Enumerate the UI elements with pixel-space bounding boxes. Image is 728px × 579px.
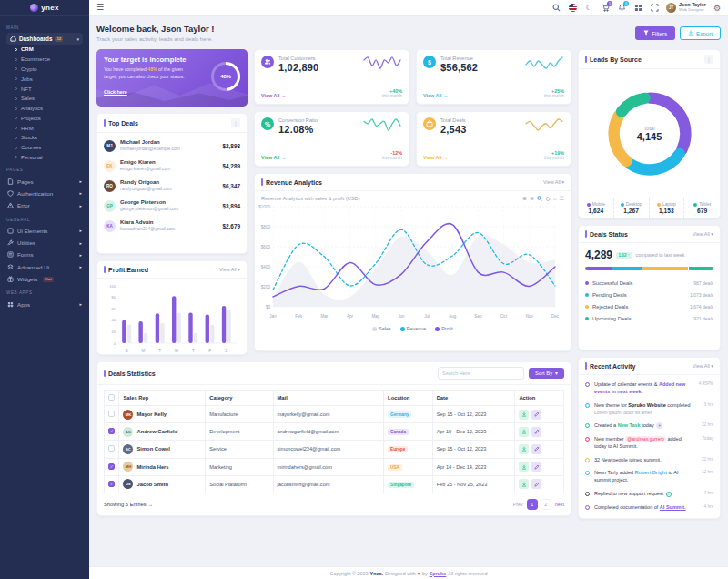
view-all-dropdown[interactable]: View All ▾ xyxy=(693,363,713,369)
sidebar-item-hrm[interactable]: HRM xyxy=(6,123,83,133)
hamburger-menu-icon[interactable]: ☰ xyxy=(96,4,104,12)
row-checkbox[interactable] xyxy=(108,411,115,417)
legend-item[interactable]: Profit xyxy=(435,326,453,331)
view-all-link[interactable]: View All → xyxy=(261,93,286,98)
sidebar-item-nft[interactable]: NFT xyxy=(6,84,83,94)
column-header[interactable]: Action xyxy=(515,391,564,406)
view-all-link[interactable]: View All → xyxy=(423,93,448,98)
edit-button[interactable] xyxy=(531,444,541,454)
sidebar-item-ui-elements[interactable]: Ui Elements▸ xyxy=(6,225,83,237)
column-header[interactable]: Location xyxy=(384,391,433,406)
location-badge: Singapore xyxy=(388,482,414,488)
sidebar: ynex MAINDashboards12▾CRMEcommerceCrypto… xyxy=(0,0,89,579)
svg-text:T: T xyxy=(192,349,195,353)
sidebar-item-projects[interactable]: Projects xyxy=(6,113,83,123)
sidebar-item-personal[interactable]: Personal xyxy=(6,153,83,163)
sidebar-item-courses[interactable]: Courses xyxy=(6,143,83,153)
sidebar-item-jobs[interactable]: Jobs xyxy=(6,74,83,84)
sidebar-item-crypto[interactable]: Crypto xyxy=(6,65,83,75)
avatar: JS xyxy=(123,479,133,489)
legend-item[interactable]: Sales xyxy=(372,326,391,331)
sidebar-item-dashboards[interactable]: Dashboards12▾ xyxy=(6,33,83,45)
pagination-page-1[interactable]: 1 xyxy=(527,499,538,510)
view-all-dropdown[interactable]: View All ▾ xyxy=(543,179,564,185)
sidebar-item-analytics[interactable]: Analytics xyxy=(6,104,83,114)
activity-item[interactable]: Created a New Task today +22 hrs xyxy=(585,420,713,433)
download-button[interactable] xyxy=(519,410,529,420)
edit-button[interactable] xyxy=(531,462,541,472)
legend-item[interactable]: Revenue xyxy=(400,326,427,331)
row-checkbox[interactable] xyxy=(108,463,115,470)
activity-item[interactable]: New theme for Spruko Website completedLo… xyxy=(585,400,713,420)
select-all-checkbox[interactable] xyxy=(108,394,115,401)
pagination-page-2[interactable]: 2 xyxy=(541,499,551,510)
row-checkbox[interactable] xyxy=(108,428,115,434)
sidebar-category: MAIN xyxy=(6,25,83,30)
sidebar-item-apps[interactable]: Apps▸ xyxy=(6,298,83,310)
sidebar-item-utilities[interactable]: Utilities▸ xyxy=(6,237,83,249)
svg-text:100: 100 xyxy=(109,284,116,289)
target-click-here-link[interactable]: Click here xyxy=(104,89,127,95)
sidebar-item-ecommerce[interactable]: Ecommerce xyxy=(6,55,83,65)
activity-item[interactable]: Update of calendar events & Added new ev… xyxy=(585,379,713,400)
column-header[interactable]: Category xyxy=(206,391,273,406)
edit-button[interactable] xyxy=(531,427,541,437)
gear-icon[interactable]: ⚙ xyxy=(713,4,721,13)
kebab-menu-icon[interactable]: ⋮ xyxy=(704,55,713,64)
sort-by-button[interactable]: Sort By▾ xyxy=(529,368,564,379)
sidebar-item-advanced-ui[interactable]: Advanced Ui▸ xyxy=(6,261,83,273)
pagination-prev[interactable]: Prev xyxy=(513,502,523,507)
svg-text:W: W xyxy=(175,349,179,353)
activity-item[interactable]: New member @andreas gurrero added today … xyxy=(585,433,713,454)
avatar: EK xyxy=(104,160,116,172)
apps-grid-icon[interactable] xyxy=(633,4,642,13)
view-all-dropdown[interactable]: View All ▾ xyxy=(693,231,713,237)
activity-item[interactable]: Neon Tarly added Robert Bright to AI sum… xyxy=(585,467,713,488)
download-button[interactable] xyxy=(519,479,529,489)
sidebar-item-widgets[interactable]: WidgetsHot xyxy=(6,273,83,285)
kebab-menu-icon[interactable]: ⋮ xyxy=(231,118,240,127)
search-icon[interactable] xyxy=(551,4,561,13)
pagination-next[interactable]: next xyxy=(555,502,564,507)
column-header[interactable]: Sales Rep xyxy=(119,391,206,406)
column-header[interactable]: Date xyxy=(432,391,515,406)
svg-text:Feb: Feb xyxy=(295,314,302,319)
sidebar-item-sales[interactable]: Sales xyxy=(6,94,83,104)
logo[interactable]: ynex xyxy=(0,0,89,16)
table-search-input[interactable] xyxy=(438,367,524,380)
sidebar-item-authentication[interactable]: Authentication▸ xyxy=(6,188,83,199)
avatar: MH xyxy=(123,462,133,472)
view-all-link[interactable]: View All → xyxy=(423,155,448,160)
us-flag-icon[interactable] xyxy=(568,4,577,13)
sidebar-item-error[interactable]: Error▸ xyxy=(6,199,83,211)
download-button[interactable] xyxy=(519,462,529,472)
export-button[interactable]: Export xyxy=(680,26,721,40)
activity-item[interactable]: Replied to new support request ☺4 hrs xyxy=(585,488,713,502)
sidebar-item-pages[interactable]: Pages▸ xyxy=(6,175,83,187)
sidebar-item-crm[interactable]: CRM xyxy=(6,45,83,55)
row-checkbox[interactable] xyxy=(108,445,115,452)
user-profile[interactable]: JT Json Taylor Web Designer xyxy=(666,3,706,13)
moon-icon[interactable]: ☾ xyxy=(584,4,593,13)
sidebar-item-forms[interactable]: Forms▸ xyxy=(6,249,83,260)
cart-icon[interactable]: 5 xyxy=(601,4,610,13)
download-button[interactable] xyxy=(519,444,529,454)
view-all-link[interactable]: View All → xyxy=(261,155,286,160)
edit-button[interactable] xyxy=(531,410,541,420)
filters-button[interactable]: Filters xyxy=(635,26,675,40)
fullscreen-icon[interactable] xyxy=(650,4,659,13)
bell-icon[interactable]: 6 xyxy=(617,4,626,13)
row-checkbox[interactable] xyxy=(108,481,115,487)
activity-item[interactable]: 32 New people joined summit.22 hrs xyxy=(585,453,713,467)
chevron-right-icon: ▸ xyxy=(79,190,82,196)
spruko-link[interactable]: Spruko xyxy=(430,571,447,576)
sidebar-category: GENERAL xyxy=(6,218,83,222)
activity-item[interactable]: Completed documentation of AI Summit.4 h… xyxy=(585,502,713,515)
edit-button[interactable] xyxy=(531,479,541,489)
top-deal-row: MJ Michael Jordanmichael.jordan@example.… xyxy=(104,136,240,156)
view-all-dropdown[interactable]: View All ▾ xyxy=(219,267,240,272)
sidebar-item-stocks[interactable]: Stocks xyxy=(6,133,83,143)
column-header[interactable]: Mail xyxy=(273,391,384,406)
donut-center-label: Total 4,145 xyxy=(637,126,662,142)
download-button[interactable] xyxy=(519,427,529,437)
